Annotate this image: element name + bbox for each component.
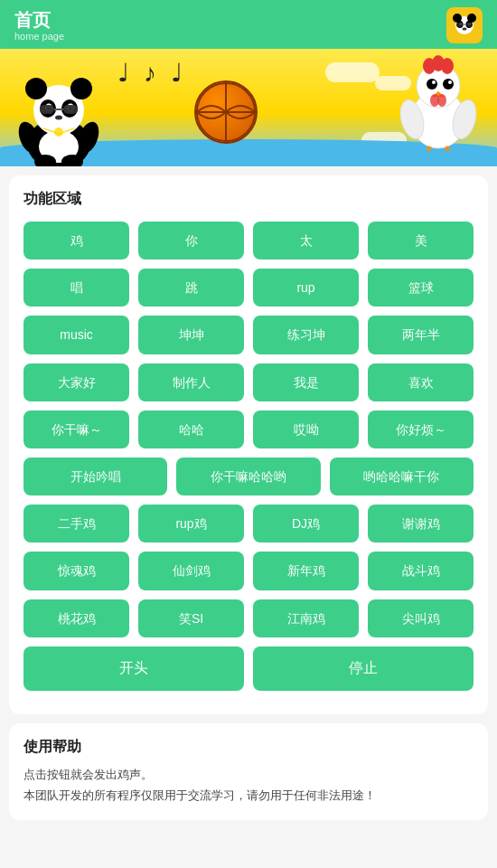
- btn-jianjiaoji[interactable]: 尖叫鸡: [368, 599, 474, 637]
- btn-ershouji[interactable]: 二手鸡: [23, 505, 129, 542]
- svg-point-12: [197, 83, 255, 141]
- btn-ji[interactable]: 鸡: [23, 222, 129, 259]
- svg-rect-9: [456, 23, 463, 27]
- cloud-1: [325, 62, 380, 82]
- avatar[interactable]: [446, 7, 483, 43]
- svg-point-25: [55, 116, 62, 120]
- app-header: 首页 home page: [0, 0, 497, 49]
- btn-row-1: 鸡 你 太 美: [23, 222, 474, 259]
- btn-woshi[interactable]: 我是: [253, 363, 359, 401]
- function-area-title: 功能区域: [23, 190, 474, 209]
- btn-tai[interactable]: 太: [253, 222, 359, 259]
- btn-rup[interactable]: rup: [253, 269, 359, 307]
- btn-niganna[interactable]: 你干嘛～: [23, 410, 129, 448]
- svg-line-51: [446, 146, 452, 151]
- btn-row-5: 你干嘛～ 哈哈 哎呦 你好烦～: [23, 410, 474, 448]
- start-button[interactable]: 开头: [23, 646, 244, 691]
- svg-rect-26: [40, 105, 54, 114]
- svg-point-42: [443, 79, 454, 90]
- btn-chang[interactable]: 唱: [23, 269, 129, 307]
- btn-xianjianji[interactable]: 仙剑鸡: [138, 552, 244, 590]
- btn-row-6: 开始吟唱 你干嘛哈哈哟 哟哈哈嘛干你: [23, 458, 474, 495]
- btn-dajiahao[interactable]: 大家好: [23, 363, 129, 401]
- btn-kaishiyinchang[interactable]: 开始吟唱: [23, 458, 167, 495]
- btn-tiao[interactable]: 跳: [138, 269, 244, 307]
- btn-djji[interactable]: DJ鸡: [253, 505, 359, 542]
- basketball-icon: [194, 80, 258, 144]
- svg-point-41: [427, 79, 437, 90]
- function-area: 功能区域 鸡 你 太 美 唱 跳 rup 篮球 music 坤坤 练习坤 两年半…: [9, 175, 488, 714]
- banner: ♩ ♪ ♩: [0, 49, 497, 166]
- svg-line-50: [425, 146, 430, 151]
- svg-rect-27: [63, 105, 78, 114]
- btn-niganna-haha[interactable]: 你干嘛哈哈哟: [176, 458, 320, 495]
- action-row: 开头 停止: [23, 646, 474, 691]
- btn-row-7: 二手鸡 rup鸡 DJ鸡 谢谢鸡: [23, 505, 474, 542]
- svg-point-40: [441, 58, 454, 74]
- svg-point-17: [25, 78, 47, 99]
- svg-point-44: [448, 80, 452, 84]
- btn-row-8: 惊魂鸡 仙剑鸡 新年鸡 战斗鸡: [23, 552, 474, 590]
- btn-xihuan[interactable]: 喜欢: [368, 363, 474, 401]
- btn-lanqiu[interactable]: 篮球: [368, 269, 474, 307]
- btn-lianxikun[interactable]: 练习坤: [253, 316, 359, 354]
- svg-point-47: [437, 94, 446, 107]
- help-line-2: 本团队开发的所有程序仅限用于交流学习，请勿用于任何非法用途！: [23, 785, 474, 806]
- page-title: 首页: [14, 9, 64, 31]
- btn-jinghunj[interactable]: 惊魂鸡: [23, 552, 129, 590]
- chicken-figure: [398, 52, 479, 162]
- btn-row-3: music 坤坤 练习坤 两年半: [23, 316, 474, 354]
- help-title: 使用帮助: [23, 738, 474, 757]
- btn-haha[interactable]: 哈哈: [138, 410, 244, 448]
- btn-taohuaji[interactable]: 桃花鸡: [23, 599, 129, 637]
- music-notes-icon: ♩ ♪ ♩: [117, 58, 186, 88]
- btn-kunkun[interactable]: 坤坤: [138, 316, 244, 354]
- btn-ni[interactable]: 你: [138, 222, 244, 259]
- btn-jiangnanji[interactable]: 江南鸡: [253, 599, 359, 637]
- stop-button[interactable]: 停止: [253, 646, 474, 691]
- page-subtitle: home page: [14, 31, 64, 42]
- header-left: 首页 home page: [14, 9, 64, 42]
- btn-row-4: 大家好 制作人 我是 喜欢: [23, 363, 474, 401]
- panda-figure: [9, 58, 108, 166]
- svg-rect-10: [466, 23, 473, 27]
- btn-nihaofen[interactable]: 你好烦～: [368, 410, 474, 448]
- svg-point-43: [432, 80, 436, 84]
- btn-xinnianji[interactable]: 新年鸡: [253, 552, 359, 590]
- btn-row-9: 桃花鸡 笑SI 江南鸡 尖叫鸡: [23, 599, 474, 637]
- btn-aiyou[interactable]: 哎呦: [253, 410, 359, 448]
- btn-xiejieji[interactable]: 谢谢鸡: [368, 505, 474, 542]
- btn-rupji[interactable]: rup鸡: [138, 505, 244, 542]
- btn-liangnianban[interactable]: 两年半: [368, 316, 474, 354]
- btn-row-2: 唱 跳 rup 篮球: [23, 269, 474, 307]
- svg-point-8: [463, 28, 467, 31]
- btn-music[interactable]: music: [23, 316, 129, 354]
- btn-mei[interactable]: 美: [368, 222, 474, 259]
- btn-yohaha[interactable]: 哟哈哈嘛干你: [330, 458, 474, 495]
- svg-point-18: [70, 78, 92, 99]
- btn-xiaosi[interactable]: 笑SI: [138, 599, 244, 637]
- btn-zhandouji[interactable]: 战斗鸡: [368, 552, 474, 590]
- help-section: 使用帮助 点击按钮就会发出鸡声。 本团队开发的所有程序仅限用于交流学习，请勿用于…: [9, 723, 488, 821]
- help-line-1: 点击按钮就会发出鸡声。: [23, 764, 474, 785]
- btn-zhizuoren[interactable]: 制作人: [138, 363, 244, 401]
